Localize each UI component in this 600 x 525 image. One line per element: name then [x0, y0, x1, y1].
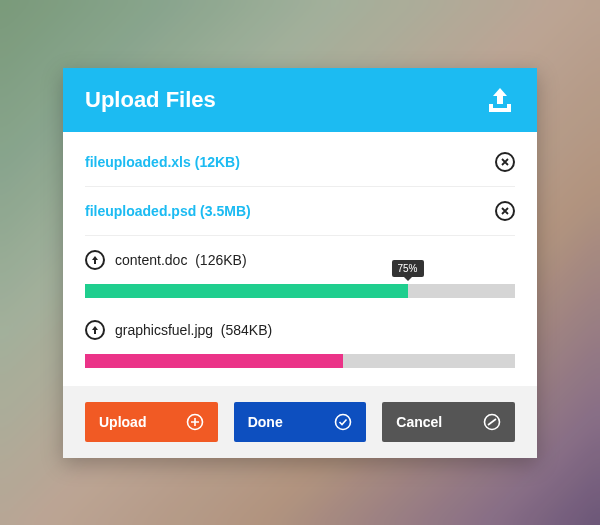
upload-arrow-icon [85, 250, 105, 270]
uploaded-file-row: fileuploaded.psd (3.5MB) [85, 187, 515, 236]
plus-circle-icon [186, 413, 204, 431]
upload-arrow-icon [85, 320, 105, 340]
file-label: graphicsfuel.jpg (584KB) [115, 322, 272, 338]
dialog-title: Upload Files [85, 87, 216, 113]
file-label: fileuploaded.xls (12KB) [85, 154, 240, 170]
upload-button[interactable]: Upload [85, 402, 218, 442]
file-label: fileuploaded.psd (3.5MB) [85, 203, 251, 219]
cancel-button[interactable]: Cancel [382, 402, 515, 442]
remove-file-button[interactable] [495, 152, 515, 172]
upload-button-label: Upload [99, 414, 146, 430]
upload-icon[interactable] [485, 86, 515, 114]
done-button[interactable]: Done [234, 402, 367, 442]
cancel-button-label: Cancel [396, 414, 442, 430]
uploading-file-row: graphicsfuel.jpg (584KB) [85, 306, 515, 376]
upload-dialog: Upload Files fileuploaded.xls (12KB) fil… [63, 68, 537, 458]
file-list: fileuploaded.xls (12KB) fileuploaded.psd… [63, 132, 537, 376]
dialog-header: Upload Files [63, 68, 537, 132]
cancel-circle-icon [483, 413, 501, 431]
progress-bar: 75% [85, 284, 515, 298]
uploading-file-row: content.doc (126KB) 75% [85, 236, 515, 306]
check-circle-icon [334, 413, 352, 431]
dialog-footer: Upload Done Cancel [63, 386, 537, 458]
uploaded-file-row: fileuploaded.xls (12KB) [85, 138, 515, 187]
progress-bar [85, 354, 515, 368]
progress-fill [85, 354, 343, 368]
remove-file-button[interactable] [495, 201, 515, 221]
progress-fill [85, 284, 408, 298]
done-button-label: Done [248, 414, 283, 430]
file-label: content.doc (126KB) [115, 252, 247, 268]
progress-tooltip: 75% [391, 260, 423, 277]
svg-point-1 [336, 414, 351, 429]
